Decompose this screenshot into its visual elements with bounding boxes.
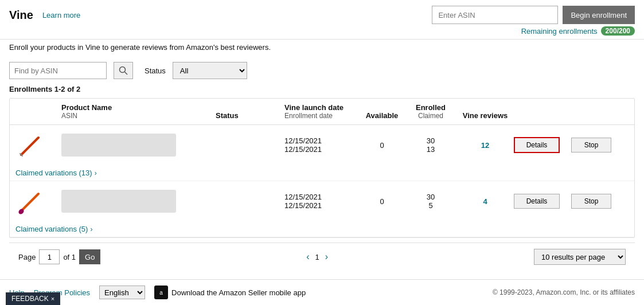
product-enrolled-1: 30 13: [405, 136, 456, 154]
product-dates-2: 12/15/2021 12/15/2021: [284, 193, 359, 210]
claimed-variations-1[interactable]: Claimed variations (13) ›: [10, 165, 634, 181]
remaining-enrollments-label: Remaining enrollments: [521, 27, 598, 36]
col-available: Available: [359, 111, 405, 120]
of-label: of 1: [63, 253, 76, 261]
language-select[interactable]: English Español Français: [99, 286, 145, 299]
product-available-2: 0: [359, 197, 405, 206]
col-status: Status: [216, 111, 284, 120]
page-subtitle: Enroll your products in Vine to generate…: [0, 40, 644, 56]
product-name-placeholder-2: [61, 190, 176, 213]
prev-page-button[interactable]: ‹: [306, 252, 309, 262]
col-enrolled: Enrolled Claimed: [405, 103, 456, 120]
learn-more-link[interactable]: Learn more: [42, 11, 80, 19]
enrollment-count: Enrollments 1-2 of 2: [9, 85, 635, 93]
per-page-select[interactable]: 10 results per page 25 results per page …: [534, 249, 626, 265]
svg-line-2: [21, 138, 38, 155]
stop-button-2[interactable]: Stop: [571, 194, 611, 209]
status-filter-select[interactable]: All Active Ended: [173, 62, 247, 79]
chevron-right-icon-2: ›: [90, 225, 92, 233]
feedback-label: FEEDBACK: [11, 295, 49, 303]
asin-input[interactable]: [432, 6, 558, 24]
search-button[interactable]: [114, 62, 133, 79]
vine-reviews-2[interactable]: 4: [456, 197, 514, 206]
next-page-button[interactable]: ›: [325, 252, 328, 262]
col-vine-reviews: Vine reviews: [456, 111, 514, 120]
stop-button-1[interactable]: Stop: [571, 138, 611, 152]
product-image-2: [15, 187, 44, 216]
claimed-variations-2[interactable]: Claimed variations (5) ›: [10, 221, 634, 237]
copyright: © 1999-2023, Amazon.com, Inc. or its aff…: [493, 288, 635, 296]
feedback-button[interactable]: FEEDBACK ×: [6, 292, 60, 305]
svg-line-1: [125, 72, 128, 75]
svg-point-0: [120, 67, 126, 73]
table-header: Product Name ASIN Status Vine launch dat…: [10, 99, 634, 125]
col-launch-date: Vine launch date Enrollment date: [284, 103, 359, 120]
chevron-right-icon-1: ›: [95, 169, 97, 177]
table-row-2: 12/15/2021 12/15/2021 0 30 5 4 Details S…: [10, 181, 634, 237]
status-filter-label: Status: [145, 67, 166, 75]
table-row: 12/15/2021 12/15/2021 0 30 13 12 Details…: [10, 125, 634, 181]
amazon-app-icon: a: [154, 286, 168, 299]
svg-line-4: [21, 194, 38, 211]
product-image-1: [15, 131, 44, 159]
vine-reviews-1[interactable]: 12: [456, 141, 514, 150]
current-page-number: 1: [315, 253, 319, 261]
page-title: Vine: [9, 9, 33, 22]
page-label: Page: [18, 253, 36, 261]
pagination-bar: Page 1 of 1 Go ‹ 1 › 10 results per page…: [9, 243, 635, 271]
begin-enrollment-button[interactable]: Begin enrollment: [563, 6, 635, 24]
product-enrolled-2: 30 5: [405, 193, 456, 210]
product-available-1: 0: [359, 141, 405, 150]
page-input[interactable]: 1: [39, 249, 60, 264]
remaining-enrollments-badge: 200/200: [601, 26, 635, 36]
details-button-1[interactable]: Details: [514, 137, 560, 153]
go-button[interactable]: Go: [79, 249, 100, 264]
amazon-app-download[interactable]: a Download the Amazon Seller mobile app: [154, 286, 306, 299]
details-button-2[interactable]: Details: [514, 194, 560, 209]
find-asin-input[interactable]: [9, 62, 107, 79]
product-name-placeholder-1: [61, 134, 176, 157]
product-dates-1: 12/15/2021 12/15/2021: [284, 136, 359, 154]
search-icon: [119, 66, 128, 75]
footer: Help Program Policies English Español Fr…: [0, 279, 644, 305]
col-product-name: Product Name ASIN: [61, 103, 216, 120]
feedback-close-icon[interactable]: ×: [51, 295, 54, 302]
